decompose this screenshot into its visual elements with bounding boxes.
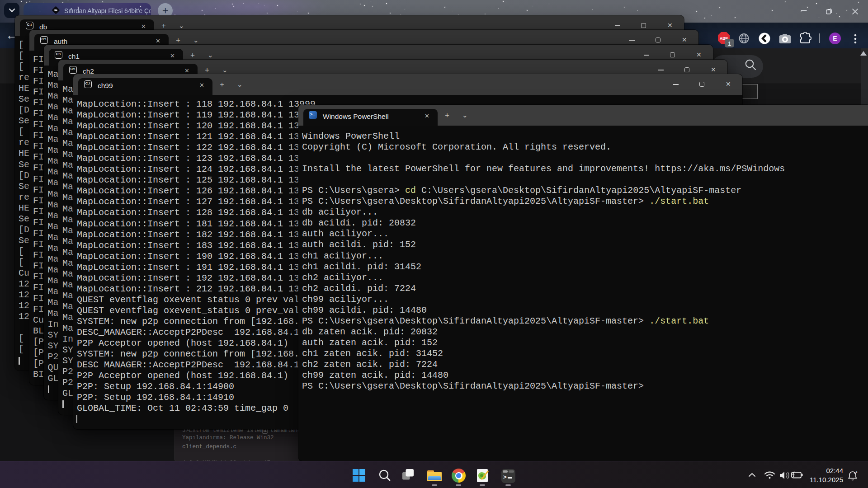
- svg-text:z: z: [856, 470, 858, 473]
- svg-text:1: 1: [728, 40, 731, 47]
